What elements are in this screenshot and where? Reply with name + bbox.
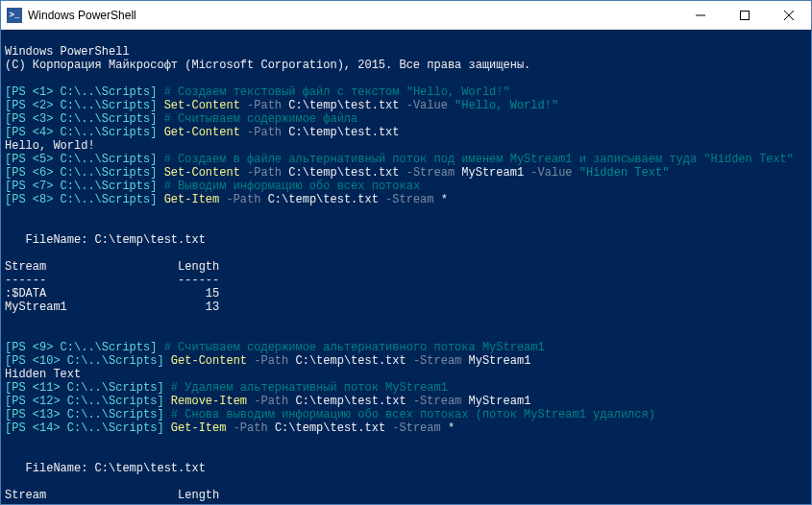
cmd-4b: -Path [240, 126, 288, 139]
table1-sep: ------ ------ [5, 274, 219, 287]
cmd-14c: C:\temp\test.txt [275, 421, 385, 435]
close-button[interactable] [767, 1, 811, 29]
cmd-8c: C:\temp\test.txt [268, 193, 379, 206]
prompt-1: [PS <1> C:\..\Scripts] [5, 85, 157, 99]
header-line-1: Windows PowerShell [5, 45, 130, 59]
cmd-10e: MyStream1 [469, 354, 531, 368]
prompt-12: [PS <12> C:\..\Scripts] [5, 395, 164, 408]
prompt-4: [PS <4> C:\..\Scripts] [5, 126, 157, 139]
cmd-2e: "Hello, World!" [455, 99, 558, 112]
cmd-14d: -Stream [385, 421, 448, 435]
cmd-14a: Get-Item [171, 421, 227, 435]
cmd-10d: -Stream [406, 354, 469, 368]
prompt-10: [PS <10> C:\..\Scripts] [5, 354, 164, 368]
cmd-14b: -Path [226, 421, 274, 435]
cmd-4c: C:\temp\test.txt [288, 126, 399, 139]
prompt-11: [PS <11> C:\..\Scripts] [5, 381, 164, 395]
cmd-12c: C:\temp\test.txt [295, 395, 406, 408]
cmd-5-comment: # Создаем в файле альтернативный поток п… [164, 153, 794, 166]
cmd-6a: Set-Content [164, 166, 240, 180]
prompt-14: [PS <14> C:\..\Scripts] [5, 421, 164, 435]
cmd-9-comment: # Считываем содержимое альтернативного п… [164, 341, 545, 354]
header-line-2: (C) Корпорация Майкрософт (Microsoft Cor… [5, 59, 530, 72]
table1-row-1: :$DATA 15 [5, 287, 219, 301]
maximize-button[interactable] [723, 1, 767, 29]
table1-filename: FileName: C:\temp\test.txt [5, 233, 206, 247]
window-title: Windows PowerShell [28, 9, 678, 22]
cmd-1-comment: # Создаем текстовый файл с текстом "Hell… [164, 85, 510, 99]
cmd-10a: Get-Content [171, 354, 247, 368]
cmd-8d: -Stream [379, 193, 441, 206]
cmd-3-comment: # Считываем содержимое файла [164, 112, 358, 126]
cmd-10b: -Path [247, 354, 295, 368]
prompt-3: [PS <3> C:\..\Scripts] [5, 112, 157, 126]
cmd-12e: MyStream1 [469, 395, 531, 408]
cmd-11-comment: # Удаляем альтернативный поток MyStream1 [171, 381, 448, 395]
cmd-6e: MyStream1 [461, 166, 524, 180]
cmd-8b: -Path [219, 193, 267, 206]
cmd-12b: -Path [247, 395, 295, 408]
cmd-6d: -Stream [400, 166, 462, 180]
table1-row-2: MyStream1 13 [5, 301, 219, 314]
powershell-icon: >_ [7, 8, 22, 23]
cmd-10c: C:\temp\test.txt [295, 354, 406, 368]
minimize-button[interactable] [678, 1, 723, 29]
cmd-12d: -Stream [406, 395, 469, 408]
cmd-6f: -Value [524, 166, 579, 180]
powershell-window: >_ Windows PowerShell Windows PowerShell… [0, 0, 812, 505]
cmd-13-comment: # Снова выводим информацию обо всех пото… [171, 408, 655, 421]
cmd-2c: C:\temp\test.txt [288, 99, 399, 112]
prompt-13: [PS <13> C:\..\Scripts] [5, 408, 164, 421]
prompt-6: [PS <6> C:\..\Scripts] [5, 166, 157, 180]
window-controls [678, 1, 811, 29]
output-hello: Hello, World! [5, 139, 95, 153]
prompt-8: [PS <8> C:\..\Scripts] [5, 193, 157, 206]
cmd-14e: * [448, 421, 455, 435]
prompt-5: [PS <5> C:\..\Scripts] [5, 153, 157, 166]
cmd-4a: Get-Content [164, 126, 240, 139]
prompt-9: [PS <9> C:\..\Scripts] [5, 341, 157, 354]
cmd-7-comment: # Выводим информацию обо всех потоках [164, 180, 420, 193]
cmd-6c: C:\temp\test.txt [288, 166, 399, 180]
svg-rect-1 [741, 11, 750, 19]
cmd-6b: -Path [240, 166, 288, 180]
table2-sep: ------ ------ [5, 502, 219, 504]
terminal-area[interactable]: Windows PowerShell (C) Корпорация Майкро… [1, 30, 811, 504]
table2-header: Stream Length [5, 489, 219, 502]
cmd-2d: -Value [400, 99, 455, 112]
table2-filename: FileName: C:\temp\test.txt [5, 462, 206, 475]
cmd-8a: Get-Item [164, 193, 220, 206]
output-hidden: Hidden Text [5, 368, 81, 381]
cmd-12a: Remove-Item [171, 395, 247, 408]
cmd-8e: * [441, 193, 448, 206]
cmd-2b: -Path [240, 99, 288, 112]
table1-header: Stream Length [5, 260, 219, 274]
cmd-2a: Set-Content [164, 99, 240, 112]
prompt-2: [PS <2> C:\..\Scripts] [5, 99, 157, 112]
titlebar[interactable]: >_ Windows PowerShell [1, 1, 811, 30]
cmd-6g: "Hidden Text" [579, 166, 670, 180]
prompt-7: [PS <7> C:\..\Scripts] [5, 180, 157, 193]
